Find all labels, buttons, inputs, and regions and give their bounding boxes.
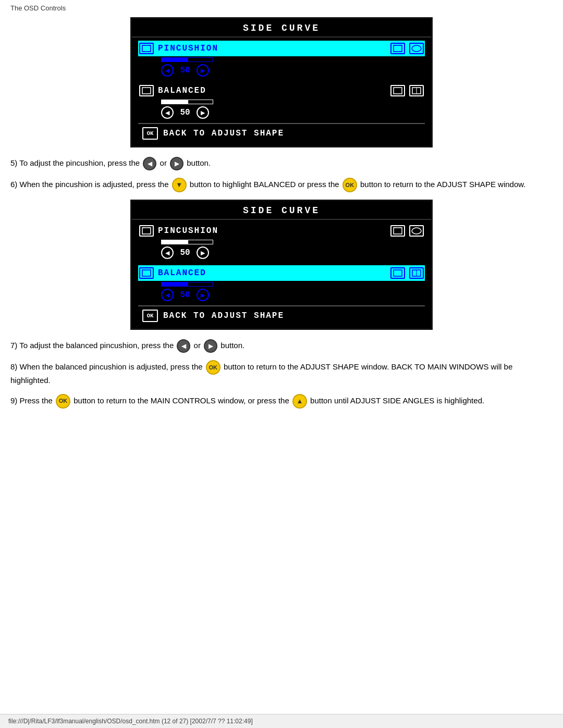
instruction-6: 6) When the pincushion is adjusted, pres…	[10, 178, 553, 192]
left-arrow-btn-5: ◀	[143, 157, 156, 170]
back-label-2: BACK TO ADJUST SHAPE	[163, 311, 284, 320]
balanced-slider-fill-2	[162, 282, 188, 286]
balanced-icon-right-2b	[409, 267, 424, 279]
instruction-5: 5) To adjust the pincushion, press the ◀…	[10, 157, 553, 170]
step7-end: button.	[221, 341, 244, 350]
pincushion-right-1	[390, 43, 424, 54]
pincushion-label-1: PINCUSHION	[158, 44, 241, 53]
balanced-right-arrow-2: ▶	[197, 289, 209, 301]
step9-text: 9) Press the	[10, 396, 53, 404]
pincushion-icon-right-1b	[409, 43, 424, 54]
balanced-label-2: BALANCED	[158, 268, 241, 278]
balanced-controls-1	[138, 98, 425, 105]
pincushion-controls-2	[138, 239, 425, 245]
svg-point-11	[412, 228, 421, 234]
balanced-value-row-2: ◀ 50 ▶	[138, 288, 425, 302]
back-label-1: BACK TO ADJUST SHAPE	[163, 129, 284, 138]
step5-text: 5) To adjust the pincushion, press the	[10, 158, 140, 167]
balanced-row-1: BALANCED	[138, 83, 425, 98]
step6-mid: button to highlight BALANCED or press th…	[190, 180, 339, 189]
step5-or: or	[160, 158, 169, 167]
instruction-8: 8) When the balanced pincushion is adjus…	[10, 360, 553, 387]
svg-rect-9	[142, 228, 151, 234]
balanced-icon-right-1b	[409, 85, 424, 96]
up-arrow-btn-9: ▲	[292, 394, 307, 409]
osd-screen-1: SIDE CURVE PINCUSHION ◀	[130, 17, 433, 147]
step8-text: 8) When the balanced pincushion is adjus…	[10, 362, 203, 371]
pincushion-slider-bar-1	[161, 57, 213, 62]
pincushion-icon-right-2b	[409, 225, 424, 237]
svg-point-4	[412, 45, 421, 52]
pincushion-left-arrow-2: ◀	[161, 246, 174, 259]
balanced-slider-bar-2	[161, 282, 213, 287]
balanced-controls-2	[138, 281, 425, 288]
right-arrow-btn-7: ▶	[204, 339, 217, 353]
right-arrow-btn-5: ▶	[170, 157, 183, 170]
back-row-1: OK BACK TO ADJUST SHAPE	[138, 123, 425, 143]
balanced-left-arrow-1: ◀	[161, 106, 174, 119]
pincushion-slider-bar-2	[161, 240, 213, 244]
pincushion-controls-1	[138, 56, 425, 63]
balanced-right-1	[390, 85, 424, 96]
balanced-right-arrow-1: ▶	[197, 106, 209, 119]
balanced-icon-right-1a	[390, 85, 405, 96]
step9-mid: button to return to the MAIN CONTROLS wi…	[74, 396, 289, 404]
balanced-value-2: 50	[178, 290, 192, 300]
balanced-right-2	[390, 267, 424, 279]
pincushion-icon-right-2a	[390, 225, 405, 237]
svg-rect-3	[394, 45, 402, 52]
instruction-9: 9) Press the OK button to return to the …	[10, 394, 553, 409]
pincushion-row-1: PINCUSHION	[138, 41, 425, 56]
pincushion-left-arrow-1: ◀	[161, 64, 174, 77]
balanced-slider-fill-1	[162, 100, 188, 104]
svg-rect-0	[142, 45, 151, 52]
balanced-row-2: BALANCED	[138, 265, 425, 281]
step7-or: or	[194, 341, 203, 350]
pincushion-icon-right-1a	[390, 43, 405, 54]
page-title: The OSD Controls	[10, 4, 553, 12]
svg-rect-6	[394, 88, 402, 94]
step7-text: 7) To adjust the balanced pincushion, pr…	[10, 341, 174, 350]
pincushion-right-arrow-1: ▶	[197, 64, 209, 77]
pincushion-value-row-1: ◀ 50 ▶	[138, 63, 425, 78]
ok-btn-9: OK	[56, 394, 70, 409]
osd-body-2: PINCUSHION ◀ 50 ▶	[132, 220, 431, 328]
osd-screen-2: SIDE CURVE PINCUSHION ◀	[130, 200, 433, 330]
balanced-slider-bar-1	[161, 100, 213, 104]
step5-end: button.	[187, 158, 211, 167]
balanced-icon-2	[139, 267, 154, 279]
svg-rect-13	[394, 270, 402, 276]
balanced-icon-1	[139, 85, 154, 96]
ok-badge-1: OK	[142, 127, 158, 140]
ok-badge-2: OK	[142, 310, 158, 322]
balanced-value-1: 50	[178, 108, 192, 117]
footer: file:///D|/Rita/LF3/lf3manual/english/OS…	[0, 714, 563, 728]
pincushion-icon-1	[139, 43, 154, 54]
pincushion-label-2: PINCUSHION	[158, 226, 241, 236]
down-arrow-btn-6: ▼	[172, 178, 187, 192]
step6-text: 6) When the pincushion is adjusted, pres…	[10, 180, 169, 189]
osd-title-1: SIDE CURVE	[132, 19, 431, 38]
pincushion-slider-fill-2	[162, 240, 188, 244]
back-row-2: OK BACK TO ADJUST SHAPE	[138, 305, 425, 325]
svg-rect-10	[394, 228, 402, 234]
pincushion-value-row-2: ◀ 50 ▶	[138, 245, 425, 260]
balanced-left-arrow-2: ◀	[161, 289, 174, 301]
balanced-label-1: BALANCED	[158, 86, 241, 95]
step6-end: button to return to the ADJUST SHAPE win…	[360, 180, 525, 189]
osd-title-2: SIDE CURVE	[132, 201, 431, 220]
balanced-icon-right-2a	[390, 267, 405, 279]
left-arrow-btn-7: ◀	[177, 339, 190, 353]
pincushion-right-2	[390, 225, 424, 237]
pincushion-right-arrow-2: ▶	[197, 246, 209, 259]
ok-btn-6: OK	[342, 178, 357, 192]
pincushion-slider-fill-1	[162, 58, 188, 61]
balanced-value-row-1: ◀ 50 ▶	[138, 105, 425, 120]
osd-body-1: PINCUSHION ◀ 50 ▶	[132, 38, 431, 146]
pincushion-icon-2	[139, 225, 154, 237]
svg-rect-5	[142, 88, 151, 94]
svg-rect-12	[142, 270, 151, 276]
pincushion-value-1: 50	[178, 66, 192, 75]
pincushion-row-2: PINCUSHION	[138, 223, 425, 239]
step9-end: button until ADJUST SIDE ANGLES is highl…	[310, 396, 484, 404]
